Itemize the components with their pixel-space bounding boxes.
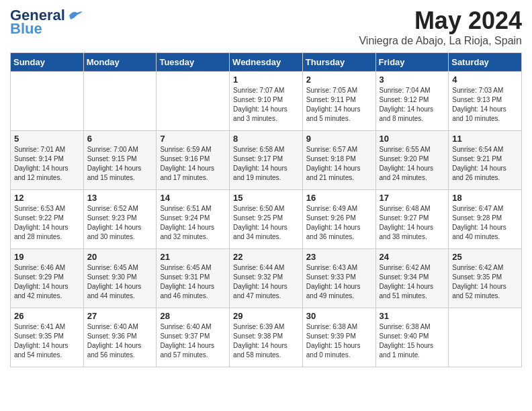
day-info: Sunrise: 6:48 AM Sunset: 9:27 PM Dayligh… [380, 204, 445, 242]
day-number: 19 [14, 252, 80, 262]
day-info: Sunrise: 6:57 AM Sunset: 9:18 PM Dayligh… [306, 145, 372, 183]
table-row [449, 308, 522, 367]
day-info: Sunrise: 6:38 AM Sunset: 9:39 PM Dayligh… [306, 322, 372, 360]
header-monday: Monday [83, 53, 157, 72]
table-row: 11Sunrise: 6:54 AM Sunset: 9:21 PM Dayli… [449, 131, 522, 190]
day-info: Sunrise: 6:41 AM Sunset: 9:35 PM Dayligh… [14, 322, 80, 360]
day-info: Sunrise: 6:44 AM Sunset: 9:32 PM Dayligh… [233, 263, 299, 301]
day-number: 5 [14, 134, 80, 144]
title-area: May 2024 Viniegra de Abajo, La Rioja, Sp… [359, 7, 522, 47]
day-info: Sunrise: 6:53 AM Sunset: 9:22 PM Dayligh… [14, 204, 80, 242]
day-info: Sunrise: 7:05 AM Sunset: 9:11 PM Dayligh… [306, 86, 372, 124]
table-row: 9Sunrise: 6:57 AM Sunset: 9:18 PM Daylig… [302, 131, 375, 190]
day-info: Sunrise: 6:51 AM Sunset: 9:24 PM Dayligh… [160, 204, 226, 242]
day-number: 8 [233, 134, 299, 144]
day-info: Sunrise: 6:46 AM Sunset: 9:29 PM Dayligh… [14, 263, 80, 301]
day-info: Sunrise: 6:54 AM Sunset: 9:21 PM Dayligh… [452, 145, 518, 183]
table-row: 18Sunrise: 6:47 AM Sunset: 9:28 PM Dayli… [449, 190, 522, 249]
day-info: Sunrise: 6:47 AM Sunset: 9:28 PM Dayligh… [452, 204, 518, 242]
table-row [83, 72, 157, 131]
table-row: 17Sunrise: 6:48 AM Sunset: 9:27 PM Dayli… [375, 190, 449, 249]
day-info: Sunrise: 6:40 AM Sunset: 9:37 PM Dayligh… [160, 322, 226, 360]
table-row: 29Sunrise: 6:39 AM Sunset: 9:38 PM Dayli… [230, 308, 303, 367]
day-number: 31 [380, 311, 445, 321]
day-number: 4 [452, 75, 518, 85]
day-info: Sunrise: 6:50 AM Sunset: 9:25 PM Dayligh… [233, 204, 299, 242]
day-number: 16 [306, 193, 372, 203]
table-row: 8Sunrise: 6:58 AM Sunset: 9:17 PM Daylig… [230, 131, 303, 190]
day-number: 24 [380, 252, 445, 262]
day-number: 30 [306, 311, 372, 321]
table-row: 7Sunrise: 6:59 AM Sunset: 9:16 PM Daylig… [157, 131, 230, 190]
calendar-week-row: 5Sunrise: 7:01 AM Sunset: 9:14 PM Daylig… [11, 131, 522, 190]
calendar-week-row: 12Sunrise: 6:53 AM Sunset: 9:22 PM Dayli… [11, 190, 522, 249]
day-number: 29 [233, 311, 299, 321]
day-number: 17 [380, 193, 445, 203]
day-info: Sunrise: 6:52 AM Sunset: 9:23 PM Dayligh… [87, 204, 153, 242]
table-row: 30Sunrise: 6:38 AM Sunset: 9:39 PM Dayli… [302, 308, 375, 367]
calendar-week-row: 19Sunrise: 6:46 AM Sunset: 9:29 PM Dayli… [11, 249, 522, 308]
table-row: 15Sunrise: 6:50 AM Sunset: 9:25 PM Dayli… [230, 190, 303, 249]
day-info: Sunrise: 7:01 AM Sunset: 9:14 PM Dayligh… [14, 145, 80, 183]
day-info: Sunrise: 6:45 AM Sunset: 9:30 PM Dayligh… [87, 263, 153, 301]
calendar-table: Sunday Monday Tuesday Wednesday Thursday… [10, 52, 522, 367]
day-number: 2 [306, 75, 372, 85]
day-info: Sunrise: 6:42 AM Sunset: 9:34 PM Dayligh… [380, 263, 445, 301]
day-info: Sunrise: 7:03 AM Sunset: 9:13 PM Dayligh… [452, 86, 518, 124]
day-info: Sunrise: 7:04 AM Sunset: 9:12 PM Dayligh… [380, 86, 445, 124]
day-number: 25 [452, 252, 518, 262]
header-sunday: Sunday [11, 53, 84, 72]
day-number: 1 [233, 75, 299, 85]
day-info: Sunrise: 7:07 AM Sunset: 9:10 PM Dayligh… [233, 86, 299, 124]
day-number: 21 [160, 252, 226, 262]
table-row: 10Sunrise: 6:55 AM Sunset: 9:20 PM Dayli… [375, 131, 449, 190]
table-row: 21Sunrise: 6:45 AM Sunset: 9:31 PM Dayli… [157, 249, 230, 308]
table-row [157, 72, 230, 131]
day-info: Sunrise: 6:59 AM Sunset: 9:16 PM Dayligh… [160, 145, 226, 183]
table-row: 25Sunrise: 6:42 AM Sunset: 9:35 PM Dayli… [449, 249, 522, 308]
table-row: 23Sunrise: 6:43 AM Sunset: 9:33 PM Dayli… [302, 249, 375, 308]
location-title: Viniegra de Abajo, La Rioja, Spain [359, 35, 522, 47]
table-row: 2Sunrise: 7:05 AM Sunset: 9:11 PM Daylig… [302, 72, 375, 131]
header-wednesday: Wednesday [230, 53, 303, 72]
day-number: 22 [233, 252, 299, 262]
table-row: 22Sunrise: 6:44 AM Sunset: 9:32 PM Dayli… [230, 249, 303, 308]
day-number: 6 [87, 134, 153, 144]
day-info: Sunrise: 7:00 AM Sunset: 9:15 PM Dayligh… [87, 145, 153, 183]
table-row: 12Sunrise: 6:53 AM Sunset: 9:22 PM Dayli… [11, 190, 84, 249]
day-number: 28 [160, 311, 226, 321]
calendar-week-row: 1Sunrise: 7:07 AM Sunset: 9:10 PM Daylig… [11, 72, 522, 131]
day-number: 14 [160, 193, 226, 203]
day-info: Sunrise: 6:58 AM Sunset: 9:17 PM Dayligh… [233, 145, 299, 183]
day-info: Sunrise: 6:45 AM Sunset: 9:31 PM Dayligh… [160, 263, 226, 301]
day-number: 20 [87, 252, 153, 262]
day-number: 7 [160, 134, 226, 144]
month-title: May 2024 [359, 7, 522, 35]
calendar-header-row: Sunday Monday Tuesday Wednesday Thursday… [11, 53, 522, 72]
day-number: 12 [14, 193, 80, 203]
day-info: Sunrise: 6:42 AM Sunset: 9:35 PM Dayligh… [452, 263, 518, 301]
day-number: 15 [233, 193, 299, 203]
header-tuesday: Tuesday [157, 53, 230, 72]
header-friday: Friday [375, 53, 449, 72]
table-row: 28Sunrise: 6:40 AM Sunset: 9:37 PM Dayli… [157, 308, 230, 367]
header-saturday: Saturday [449, 53, 522, 72]
day-info: Sunrise: 6:38 AM Sunset: 9:40 PM Dayligh… [380, 322, 445, 360]
table-row: 4Sunrise: 7:03 AM Sunset: 9:13 PM Daylig… [449, 72, 522, 131]
day-number: 11 [452, 134, 518, 144]
day-info: Sunrise: 6:49 AM Sunset: 9:26 PM Dayligh… [306, 204, 372, 242]
day-info: Sunrise: 6:39 AM Sunset: 9:38 PM Dayligh… [233, 322, 299, 360]
table-row [11, 72, 84, 131]
logo: General Blue [10, 7, 83, 38]
day-number: 9 [306, 134, 372, 144]
header-thursday: Thursday [302, 53, 375, 72]
day-info: Sunrise: 6:40 AM Sunset: 9:36 PM Dayligh… [87, 322, 153, 360]
day-number: 13 [87, 193, 153, 203]
day-number: 26 [14, 311, 80, 321]
day-number: 27 [87, 311, 153, 321]
day-number: 18 [452, 193, 518, 203]
logo-blue-text: Blue [10, 20, 42, 38]
table-row: 31Sunrise: 6:38 AM Sunset: 9:40 PM Dayli… [375, 308, 449, 367]
page-header: General Blue May 2024 Viniegra de Abajo,… [10, 7, 522, 47]
table-row: 19Sunrise: 6:46 AM Sunset: 9:29 PM Dayli… [11, 249, 84, 308]
